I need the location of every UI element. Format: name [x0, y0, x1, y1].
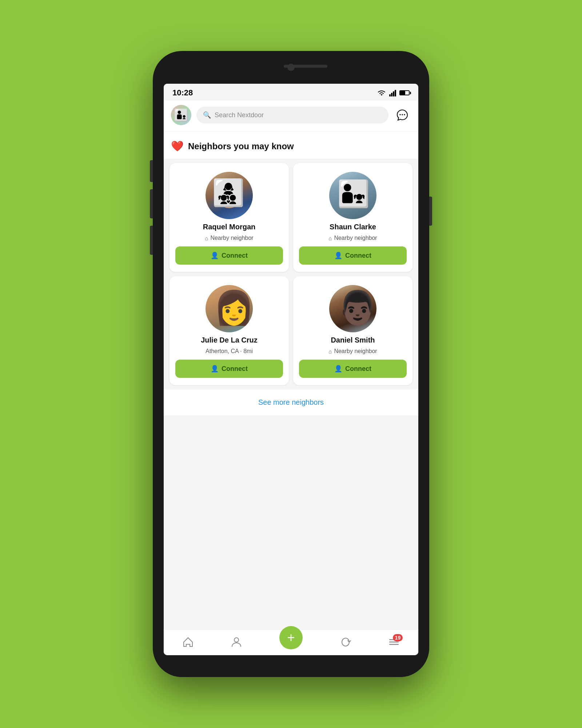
connect-icon-raquel: 👤 — [211, 252, 219, 260]
nav-item-updates[interactable] — [340, 636, 351, 648]
home-icon-shaun: ⌂ — [328, 235, 332, 241]
nav-item-more[interactable]: 19 — [388, 636, 400, 648]
nav-item-profile[interactable] — [231, 636, 242, 648]
wifi-icon — [377, 89, 386, 96]
section-header: ❤️ Neighbors you may know — [164, 131, 418, 159]
neighbor-name-shaun: Shaun Clarke — [330, 223, 376, 231]
neighbor-location-shaun: ⌂ Nearby neighbor — [328, 235, 377, 241]
scroll-content: ❤️ Neighbors you may know Raquel Morgan … — [164, 131, 418, 629]
connect-button-raquel[interactable]: 👤 Connect — [175, 246, 283, 265]
see-more-link[interactable]: See more neighbors — [258, 398, 324, 406]
plus-nav-icon: + — [287, 630, 295, 645]
mute-button — [150, 160, 153, 182]
neighbor-location-julie: Atherton, CA · 8mi — [206, 348, 253, 355]
search-bar[interactable]: 🔍 Search Nextdoor — [196, 107, 388, 123]
svg-rect-4 — [395, 90, 396, 96]
neighbor-location-text-raquel: Nearby neighbor — [210, 235, 253, 241]
neighbor-avatar-daniel — [329, 285, 376, 332]
home-icon-raquel: ⌂ — [205, 235, 208, 241]
connect-button-daniel[interactable]: 👤 Connect — [299, 360, 407, 378]
search-icon: 🔍 — [203, 111, 211, 119]
message-icon[interactable] — [394, 106, 411, 124]
connect-label-julie: Connect — [222, 365, 248, 373]
section-title: Neighbors you may know — [188, 141, 294, 151]
neighbor-avatar-raquel — [206, 172, 253, 219]
phone-screen: 10:28 — [164, 84, 418, 655]
heart-icon: ❤️ — [171, 140, 184, 152]
connect-label-daniel: Connect — [345, 365, 371, 373]
svg-point-8 — [234, 638, 239, 642]
profile-nav-icon — [231, 636, 242, 648]
connect-icon-julie: 👤 — [211, 365, 219, 373]
phone-notch — [153, 51, 429, 84]
bottom-nav: + 19 — [164, 629, 418, 655]
neighbor-location-raquel: ⌂ Nearby neighbor — [205, 235, 253, 241]
neighbor-location-text-julie: Atherton, CA · 8mi — [206, 348, 253, 355]
svg-rect-2 — [391, 93, 392, 96]
neighbor-avatar-shaun — [329, 172, 376, 219]
phone-frame: 10:28 — [153, 51, 429, 677]
connect-label-raquel: Connect — [222, 252, 248, 260]
svg-point-6 — [402, 114, 403, 115]
neighbor-location-text-shaun: Nearby neighbor — [334, 235, 377, 241]
neighbor-card-raquel: Raquel Morgan ⌂ Nearby neighbor 👤 Connec… — [170, 163, 289, 272]
nav-item-home[interactable] — [182, 636, 194, 648]
neighbor-avatar-julie — [206, 285, 253, 332]
svg-marker-0 — [380, 94, 383, 96]
neighbor-location-daniel: ⌂ Nearby neighbor — [328, 348, 377, 355]
svg-point-7 — [404, 114, 405, 115]
speaker-grille — [284, 65, 327, 68]
search-input: Search Nextdoor — [215, 111, 264, 119]
app-header: 👨‍👦 🔍 Search Nextdoor — [164, 100, 418, 131]
neighbor-card-daniel: Daniel Smith ⌂ Nearby neighbor 👤 Connect — [293, 276, 412, 385]
status-icons — [377, 89, 410, 96]
status-bar: 10:28 — [164, 84, 418, 100]
status-time: 10:28 — [172, 88, 193, 98]
user-avatar[interactable]: 👨‍👦 — [171, 105, 191, 125]
neighbor-name-julie: Julie De La Cruz — [201, 336, 258, 344]
see-more-section: See more neighbors — [164, 389, 418, 415]
neighbor-card-shaun: Shaun Clarke ⌂ Nearby neighbor 👤 Connect — [293, 163, 412, 272]
nav-item-post[interactable]: + — [279, 635, 303, 649]
signal-icon — [389, 89, 396, 96]
home-nav-icon — [182, 636, 194, 648]
updates-nav-icon — [340, 636, 351, 648]
volume-up-button — [150, 189, 153, 218]
connect-icon-daniel: 👤 — [334, 365, 342, 373]
neighbor-card-julie: Julie De La Cruz Atherton, CA · 8mi 👤 Co… — [170, 276, 289, 385]
svg-rect-1 — [389, 94, 391, 96]
neighbor-name-daniel: Daniel Smith — [331, 336, 375, 344]
svg-point-5 — [399, 114, 401, 115]
svg-rect-10 — [389, 642, 399, 643]
connect-icon-shaun: 👤 — [334, 252, 342, 260]
volume-down-button — [150, 226, 153, 255]
connect-button-shaun[interactable]: 👤 Connect — [299, 246, 407, 265]
neighbor-location-text-daniel: Nearby neighbor — [334, 348, 377, 355]
connect-label-shaun: Connect — [345, 252, 371, 260]
home-icon-daniel: ⌂ — [328, 348, 332, 355]
neighbor-name-raquel: Raquel Morgan — [203, 223, 255, 231]
battery-icon — [399, 90, 410, 95]
svg-rect-11 — [389, 644, 399, 645]
connect-button-julie[interactable]: 👤 Connect — [175, 360, 283, 378]
neighbor-grid: Raquel Morgan ⌂ Nearby neighbor 👤 Connec… — [164, 159, 418, 389]
power-button — [429, 197, 432, 226]
nav-badge-more: 19 — [393, 634, 403, 641]
svg-rect-3 — [393, 91, 394, 96]
